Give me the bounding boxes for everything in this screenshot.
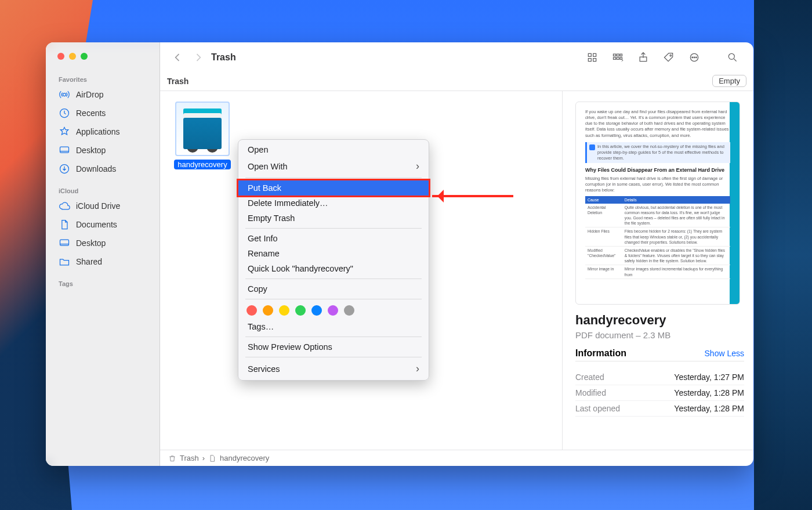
- svg-rect-13: [617, 57, 619, 59]
- file-thumbnail[interactable]: ‹ ›: [175, 102, 230, 156]
- ctx-copy[interactable]: Copy: [238, 281, 429, 296]
- tag-color-yellow[interactable]: [279, 305, 289, 316]
- action-button[interactable]: [684, 49, 705, 66]
- sidebar-header-tags: Tags: [46, 277, 160, 290]
- empty-trash-button[interactable]: Empty: [712, 75, 746, 87]
- info-row: CreatedYesterday, 1:27 PM: [575, 370, 744, 385]
- sidebar-item-label: Desktop: [76, 146, 106, 155]
- path-segment[interactable]: handyrecovery: [220, 454, 269, 462]
- ctx-rename[interactable]: Rename: [238, 246, 429, 261]
- desktop-icon: [59, 237, 70, 249]
- path-segment[interactable]: Trash: [180, 454, 199, 462]
- tag-color-gray[interactable]: [344, 305, 354, 316]
- file-name-label[interactable]: handyrecovery: [174, 160, 230, 169]
- close-button[interactable]: [57, 53, 64, 60]
- back-button[interactable]: [171, 50, 184, 64]
- preview-text: If you wake up one day and find your fil…: [585, 109, 730, 139]
- file-item[interactable]: ‹ › handyrecovery: [171, 102, 234, 172]
- ctx-quick-look[interactable]: Quick Look "handyrecovery": [238, 261, 429, 276]
- tag-color-orange[interactable]: [263, 305, 273, 316]
- context-menu: Open Open With Put Back Delete Immediate…: [238, 139, 429, 381]
- search-button[interactable]: [722, 49, 743, 66]
- share-button[interactable]: [633, 49, 654, 66]
- quicklook-prev-icon[interactable]: ‹: [187, 141, 198, 153]
- document-icon: [59, 219, 70, 230]
- preview-callout-text: In this article, we cover the not-so-mys…: [597, 144, 728, 161]
- ctx-separator: [245, 357, 422, 357]
- sidebar-header-icloud: iCloud: [46, 184, 160, 197]
- sidebar-item-downloads[interactable]: Downloads: [46, 160, 160, 178]
- quicklook-nav: ‹ ›: [187, 141, 218, 153]
- airdrop-icon: [59, 89, 70, 100]
- preview-callout: In this article, we cover the not-so-mys…: [585, 142, 730, 163]
- sidebar-item-recents[interactable]: Recents: [46, 104, 160, 122]
- svg-rect-14: [620, 57, 622, 59]
- sidebar-item-label: Recents: [76, 108, 106, 118]
- svg-point-18: [692, 57, 693, 58]
- tag-color-green[interactable]: [295, 305, 306, 316]
- sidebar-item-label: iCloud Drive: [76, 201, 120, 211]
- preview-thumbnail: If you wake up one day and find your fil…: [575, 102, 740, 305]
- ctx-separator: [245, 299, 422, 299]
- ctx-show-preview-options[interactable]: Show Preview Options: [238, 339, 429, 355]
- sidebar-item-label: Desktop: [76, 238, 106, 248]
- applications-icon: [59, 126, 70, 138]
- sidebar-item-applications[interactable]: Applications: [46, 122, 160, 141]
- svg-point-0: [63, 93, 66, 96]
- ctx-open[interactable]: Open: [238, 142, 429, 157]
- tag-color-purple[interactable]: [328, 305, 338, 316]
- tag-color-blue[interactable]: [311, 305, 322, 316]
- sidebar-item-shared[interactable]: Shared: [46, 252, 160, 271]
- preview-text: Missing files from external hard drive i…: [585, 176, 730, 193]
- sidebar-item-airdrop[interactable]: AirDrop: [46, 85, 160, 104]
- preview-info-rows: CreatedYesterday, 1:27 PM ModifiedYester…: [575, 370, 744, 417]
- ctx-tags[interactable]: Tags…: [238, 319, 429, 334]
- sidebar-item-label: Shared: [76, 257, 102, 266]
- annotation-arrow: [432, 193, 525, 199]
- svg-point-19: [694, 57, 695, 58]
- svg-rect-5: [588, 53, 591, 56]
- tag-color-red[interactable]: [246, 305, 257, 316]
- sidebar-item-label: Downloads: [76, 164, 116, 173]
- window-controls: [46, 53, 160, 70]
- svg-point-20: [696, 57, 697, 58]
- svg-rect-7: [588, 58, 591, 61]
- ctx-get-info[interactable]: Get Info: [238, 231, 429, 246]
- ctx-separator: [245, 337, 422, 337]
- ctx-delete-immediately[interactable]: Delete Immediately…: [238, 196, 429, 211]
- quicklook-next-icon[interactable]: ›: [206, 141, 218, 153]
- ctx-services[interactable]: Services: [238, 360, 429, 378]
- group-button[interactable]: [607, 49, 628, 66]
- document-icon: [208, 454, 216, 462]
- minimize-button[interactable]: [69, 53, 76, 60]
- path-bar: Trash › handyrecovery: [160, 450, 753, 466]
- ctx-separator: [245, 278, 422, 279]
- sidebar-item-label: Documents: [76, 220, 117, 229]
- toolbar: Trash: [160, 42, 753, 73]
- sidebar-item-icloud-desktop[interactable]: Desktop: [46, 234, 160, 252]
- shared-folder-icon: [59, 256, 70, 267]
- view-icons-button[interactable]: [582, 49, 603, 66]
- preview-info-header: Information Show Less: [575, 348, 744, 361]
- ctx-empty-trash[interactable]: Empty Trash: [238, 211, 429, 226]
- ctx-put-back[interactable]: Put Back: [238, 180, 429, 196]
- preview-panel: If you wake up one day and find your fil…: [562, 91, 753, 450]
- info-row: Last openedYesterday, 1:28 PM: [575, 401, 744, 417]
- ctx-tag-colors: [238, 302, 429, 319]
- forward-button[interactable]: [191, 50, 205, 64]
- clock-icon: [59, 107, 70, 119]
- sidebar-item-label: AirDrop: [76, 90, 103, 99]
- zoom-button[interactable]: [81, 53, 88, 60]
- tags-button[interactable]: [658, 49, 679, 66]
- ctx-separator: [245, 178, 422, 178]
- sidebar-item-documents[interactable]: Documents: [46, 215, 160, 234]
- cloud-icon: [59, 200, 70, 212]
- sidebar-item-icloud-drive[interactable]: iCloud Drive: [46, 197, 160, 215]
- svg-point-16: [670, 55, 672, 56]
- show-less-link[interactable]: Show Less: [705, 349, 744, 358]
- location-bar: Trash Empty: [160, 73, 753, 91]
- ctx-open-with[interactable]: Open With: [238, 157, 429, 175]
- bg-decor-right: [754, 0, 812, 510]
- sidebar-item-desktop[interactable]: Desktop: [46, 141, 160, 160]
- window-title: Trash: [211, 52, 236, 63]
